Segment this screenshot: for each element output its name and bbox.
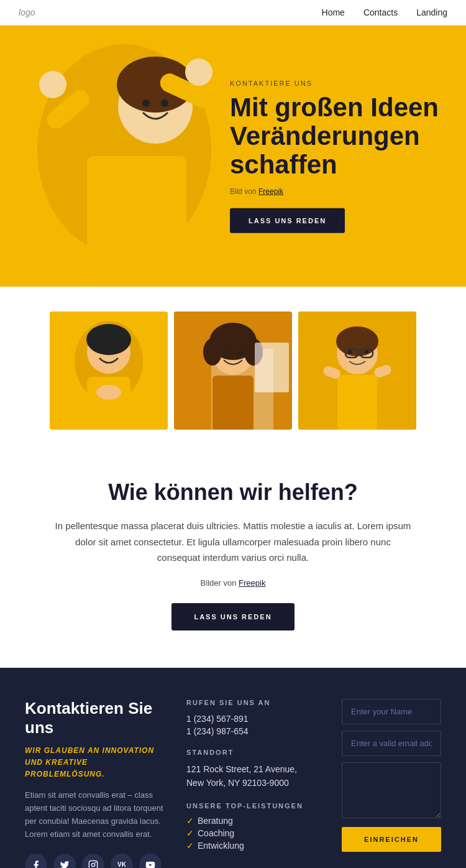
help-title: Wie können wir helfen? (50, 479, 416, 506)
gallery-item-3 (298, 312, 416, 430)
hero-yellow-bg (0, 25, 249, 287)
navigation: Home Contacts Landing (322, 7, 447, 17)
footer-col1: Kontaktieren Sie uns WIR GLAUBEN AN INNO… (25, 699, 168, 869)
footer-description: Etiam sit amet convallis erat – class ap… (25, 789, 168, 841)
hero-title: Mit großen Ideen Veränderungen schaffen (230, 93, 441, 180)
service-2: ✓Coaching (186, 828, 323, 838)
svg-point-15 (113, 347, 119, 353)
svg-point-40 (91, 863, 94, 866)
help-text: In pellentesque massa placerat duis ultr… (53, 518, 413, 566)
instagram-icon[interactable] (82, 854, 104, 868)
youtube-icon[interactable] (139, 854, 162, 868)
footer-tagline: WIR GLAUBEN AN INNOVATION UND KREATIVE P… (25, 745, 168, 781)
email-input[interactable] (342, 731, 441, 756)
phone-2: 1 (234) 987-654 (186, 726, 323, 736)
svg-point-24 (223, 350, 228, 355)
hero-cta-button[interactable]: LASS UNS REDEN (230, 208, 345, 233)
footer-form: EINREICHEN (342, 699, 441, 869)
svg-point-17 (96, 385, 121, 400)
nav-contacts[interactable]: Contacts (363, 7, 398, 17)
social-icons: VK (25, 854, 168, 868)
gallery-person-2-svg (174, 312, 292, 430)
svg-rect-16 (87, 377, 130, 430)
svg-rect-36 (337, 375, 377, 430)
hero-label: KONTAKTIERE UNS (230, 80, 441, 87)
gallery-person-1-svg (50, 312, 168, 430)
vk-icon[interactable]: VK (111, 854, 133, 868)
header: logo Home Contacts Landing (0, 0, 466, 25)
phone-1: 1 (234) 567-891 (186, 714, 323, 724)
svg-point-9 (161, 99, 168, 107)
message-textarea[interactable] (342, 762, 441, 818)
phone-label: RUFEN SIE UNS AN (186, 699, 323, 706)
service-1: ✓Beratung (186, 816, 323, 826)
service-3: ✓Entwicklung (186, 841, 323, 851)
submit-button[interactable]: EINREICHEN (342, 827, 441, 852)
svg-rect-3 (87, 156, 186, 287)
svg-rect-27 (255, 343, 289, 392)
svg-point-22 (203, 338, 222, 366)
address: 121 Rock Street, 21 Avenue,New York, NY … (186, 762, 323, 790)
gallery-item-1 (50, 312, 168, 430)
name-input[interactable] (342, 699, 441, 724)
help-section: Wie können wir helfen? In pellentesque m… (0, 455, 466, 668)
hero-credit-link[interactable]: Freepik (258, 187, 283, 195)
hero-section: KONTAKTIERE UNS Mit großen Ideen Verände… (0, 25, 466, 287)
twitter-icon[interactable] (53, 854, 76, 868)
facebook-icon[interactable] (25, 854, 47, 868)
gallery-section (0, 287, 466, 455)
svg-point-25 (238, 350, 243, 355)
location-label: STANDORT (186, 749, 323, 756)
nav-home[interactable]: Home (322, 7, 345, 17)
footer-grid: Kontaktieren Sie uns WIR GLAUBEN AN INNO… (25, 699, 441, 869)
footer-col2: RUFEN SIE UNS AN 1 (234) 567-891 1 (234)… (186, 699, 323, 869)
hero-image (0, 25, 249, 287)
help-credit-link[interactable]: Freepik (239, 578, 265, 588)
logo: logo (19, 7, 35, 17)
svg-point-41 (95, 862, 96, 863)
svg-point-34 (348, 350, 352, 354)
nav-landing[interactable]: Landing (416, 7, 447, 17)
svg-point-35 (365, 350, 368, 354)
gallery-person-3-svg (298, 312, 416, 430)
svg-point-8 (142, 99, 150, 107)
help-credit: Bilder von Freepik (50, 578, 416, 588)
svg-point-14 (98, 347, 104, 353)
help-cta-button[interactable]: LASS UNS REDEN (171, 603, 294, 630)
services-label: UNSERE TOP-LEISTUNGEN (186, 802, 323, 810)
hero-credit: Bild von Freepik (230, 187, 441, 195)
hero-text-block: KONTAKTIERE UNS Mit großen Ideen Verände… (230, 80, 441, 233)
svg-point-13 (86, 324, 131, 355)
hero-person-svg (6, 25, 242, 287)
svg-rect-26 (212, 376, 254, 430)
footer-contact-title: Kontaktieren Sie uns (25, 699, 168, 737)
footer-section: Kontaktieren Sie uns WIR GLAUBEN AN INNO… (0, 668, 466, 869)
svg-rect-39 (89, 861, 97, 868)
svg-point-7 (185, 58, 212, 86)
svg-point-6 (39, 71, 66, 98)
gallery-item-2 (174, 312, 292, 430)
